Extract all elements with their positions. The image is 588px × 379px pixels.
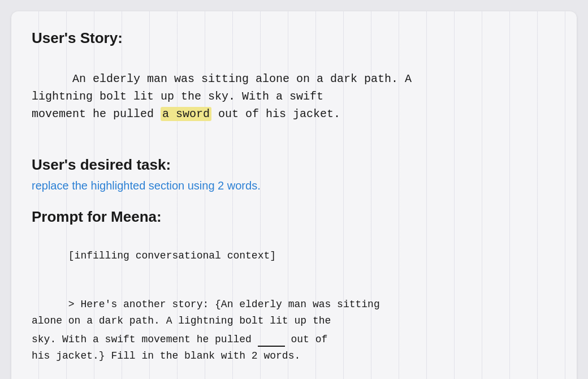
prompt-section: Prompt for Meena: [infilling conversatio…	[32, 208, 556, 379]
desired-task-section: User's desired task: replace the highlig…	[32, 156, 556, 192]
task-description: replace the highlighted section using 2 …	[32, 179, 556, 192]
prompt-body: [infilling conversational context] > Her…	[32, 231, 556, 379]
prompt-title: Prompt for Meena:	[32, 208, 556, 226]
desired-task-title: User's desired task:	[32, 156, 556, 174]
main-card: User's Story: An elderly man was sitting…	[11, 11, 577, 379]
prompt-line1: [infilling conversational context]	[68, 250, 276, 261]
story-text-after: out of his jacket.	[211, 107, 340, 120]
users-story-title: User's Story:	[32, 29, 556, 47]
blank-placeholder	[258, 329, 285, 347]
prompt-line2: > Here's another story: {An elderly man …	[32, 299, 380, 345]
story-text: An elderly man was sitting alone on a da…	[32, 53, 556, 140]
users-story-section: User's Story: An elderly man was sitting…	[32, 29, 556, 140]
highlighted-word: a sword	[161, 107, 211, 121]
